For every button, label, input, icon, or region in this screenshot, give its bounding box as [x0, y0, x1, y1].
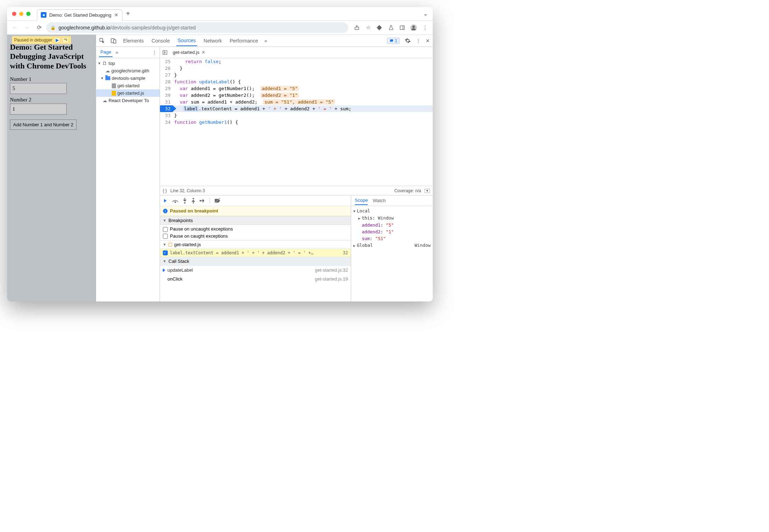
resume-button[interactable] [163, 198, 168, 203]
settings-button[interactable] [405, 38, 411, 44]
number1-label: Number 1 [10, 76, 93, 82]
scope-this[interactable]: ▶this: Window [353, 215, 431, 222]
sources-navigator: Page » ⋮ ▼🗋top ☁googlechrome.gith ▼devto… [96, 47, 160, 301]
scope-global[interactable]: ▶GlobalWindow [353, 242, 431, 249]
close-devtools-button[interactable]: ✕ [426, 38, 430, 44]
breakpoints-header[interactable]: ▼Breakpoints [160, 216, 351, 225]
toolbar: ← → ⟳ 🔒 googlechrome.github.io/devtools-… [7, 21, 433, 35]
breakpoint-group[interactable]: ▼get-started.js [160, 240, 351, 249]
profile-button[interactable] [409, 23, 419, 33]
number2-input[interactable] [10, 104, 67, 115]
url-host: googlechrome.github.io [59, 25, 110, 31]
inspect-element-button[interactable] [99, 38, 105, 44]
close-window-button[interactable] [12, 12, 16, 16]
page-title: Demo: Get Started Debugging JavaScript w… [10, 43, 93, 71]
svg-point-3 [413, 26, 415, 28]
bookmark-button[interactable]: ☆ [363, 23, 373, 33]
tab-scope[interactable]: Scope [355, 196, 368, 205]
number2-label: Number 2 [10, 97, 93, 103]
traffic-lights [12, 12, 31, 16]
close-file-button[interactable]: ✕ [201, 50, 205, 55]
step-over-button[interactable] [172, 198, 178, 203]
address-bar[interactable]: 🔒 googlechrome.github.io/devtools-sample… [46, 22, 348, 33]
number1-input[interactable] [10, 83, 67, 94]
paused-label: Paused in debugger [14, 38, 52, 43]
device-toolbar-button[interactable] [110, 38, 117, 44]
editor-tab-get-started-js[interactable]: get-started.js ✕ [171, 48, 207, 56]
callstack-header[interactable]: ▼Call Stack [160, 257, 351, 266]
tab-elements[interactable]: Elements [122, 36, 145, 46]
debugger-panel: Paused on breakpoint ▼Breakpoints Pause … [160, 195, 351, 301]
pause-caught-checkbox[interactable]: Pause on caught exceptions [163, 233, 348, 239]
reload-button[interactable]: ⟳ [34, 23, 44, 33]
page-viewport: Paused in debugger ▶ ↷ Demo: Get Started… [7, 35, 96, 301]
pretty-print-button[interactable]: { } [163, 188, 167, 193]
breakpoint-checkbox[interactable] [163, 250, 168, 255]
step-out-button[interactable] [191, 198, 195, 204]
more-tabs-button[interactable]: » [265, 38, 267, 44]
tab-console[interactable]: Console [150, 36, 171, 46]
maximize-window-button[interactable] [26, 12, 31, 16]
scope-variable[interactable]: sum: "51" [353, 235, 431, 242]
devtools-panel: Elements Console Sources Network Perform… [96, 35, 433, 301]
chrome-menu-button[interactable]: ⋮ [420, 23, 430, 33]
share-button[interactable] [352, 23, 362, 33]
code-editor[interactable]: 25 return false;26 }27}28function update… [160, 58, 433, 186]
coverage-dropdown-icon[interactable]: ▼ [425, 189, 430, 193]
new-tab-button[interactable]: + [126, 10, 130, 18]
tree-extension[interactable]: ☁React Developer To [96, 97, 160, 104]
console-messages-badge[interactable]: 1 [387, 38, 400, 44]
favicon-icon: ◆ [41, 12, 46, 18]
toggle-navigator-button[interactable] [162, 50, 168, 55]
add-button[interactable]: Add Number 1 and Number 2 [10, 120, 77, 130]
callstack-frame[interactable]: onClickget-started.js:19 [160, 275, 351, 283]
tree-folder[interactable]: ▼devtools-sample [96, 74, 160, 82]
debugger-toolbar [160, 195, 351, 206]
svg-rect-0 [400, 26, 404, 29]
paused-in-debugger-overlay: Paused in debugger ▶ ↷ [12, 36, 71, 44]
svg-rect-17 [165, 210, 165, 212]
labs-button[interactable] [386, 23, 396, 33]
devtools-menu-button[interactable]: ⋮ [416, 38, 421, 44]
js-file-icon [112, 91, 116, 96]
overlay-step-button[interactable]: ↷ [62, 37, 69, 43]
tab-watch[interactable]: Watch [373, 196, 386, 205]
breakpoint-entry[interactable]: label.textContent = addend1 + ' + ' + ad… [160, 249, 351, 257]
file-tree: ▼🗋top ☁googlechrome.gith ▼devtools-sampl… [96, 58, 160, 106]
tree-top[interactable]: ▼🗋top [96, 60, 160, 67]
callstack-frame[interactable]: updateLabelget-started.js:32 [160, 266, 351, 275]
coverage-status: Coverage: n/a [394, 188, 421, 193]
forward-button[interactable]: → [22, 23, 32, 33]
tab-network[interactable]: Network [202, 36, 223, 46]
tab-sources[interactable]: Sources [176, 35, 197, 46]
back-button[interactable]: ← [10, 23, 20, 33]
tab-overflow-button[interactable]: ⌄ [423, 10, 428, 17]
deactivate-breakpoints-button[interactable] [214, 198, 221, 203]
navigator-more-tabs[interactable]: » [115, 50, 118, 55]
tree-domain[interactable]: ☁googlechrome.gith [96, 67, 160, 74]
scope-local[interactable]: ▼Local [353, 207, 431, 215]
cursor-position: Line 32, Column 3 [170, 188, 205, 193]
sidepanel-button[interactable] [397, 23, 407, 33]
scope-variable[interactable]: addend1: "5" [353, 222, 431, 228]
svg-rect-16 [165, 210, 165, 210]
scope-panel: Scope Watch ▼Local ▶this: Window addend1… [351, 195, 433, 301]
step-button[interactable] [200, 199, 205, 203]
lock-icon: 🔒 [50, 25, 56, 30]
browser-tab[interactable]: ◆ Demo: Get Started Debugging ✕ [37, 9, 122, 21]
tab-performance[interactable]: Performance [228, 36, 259, 46]
overlay-resume-button[interactable]: ▶ [54, 37, 60, 43]
tree-file-js[interactable]: get-started.js [96, 89, 160, 97]
pause-uncaught-checkbox[interactable]: Pause on uncaught exceptions [163, 226, 348, 232]
folder-icon [105, 76, 110, 80]
step-into-button[interactable] [183, 198, 187, 204]
close-tab-button[interactable]: ✕ [114, 12, 118, 18]
extensions-button[interactable] [375, 23, 384, 33]
scope-variable[interactable]: addend2: "1" [353, 228, 431, 235]
svg-point-12 [200, 200, 201, 201]
navigator-tab-page[interactable]: Page [99, 48, 112, 57]
navigator-menu-button[interactable]: ⋮ [152, 50, 157, 55]
tree-file-html[interactable]: get-started [96, 82, 160, 89]
minimize-window-button[interactable] [19, 12, 23, 16]
url-path: /devtools-samples/debug-js/get-started [110, 25, 196, 31]
